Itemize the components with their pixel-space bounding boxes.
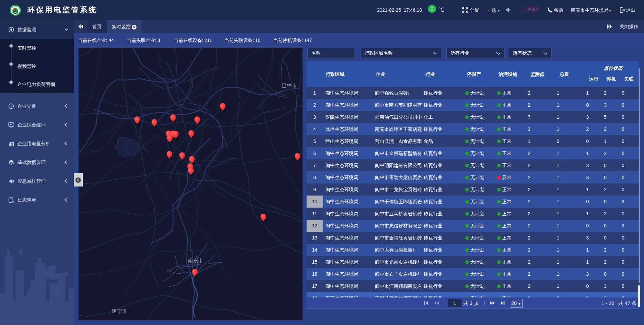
svg-text:南充市: 南充市 [188,258,203,263]
svg-text:遂宁市: 遂宁市 [112,308,127,314]
svg-text:巴中市: 巴中市 [282,83,297,88]
